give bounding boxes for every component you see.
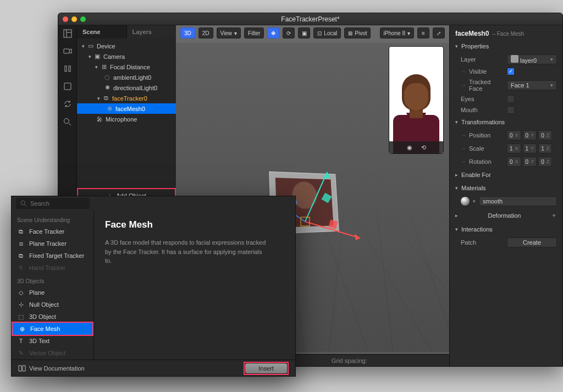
material-sphere-icon xyxy=(461,197,470,206)
section-deformation[interactable]: Deformation ＋ xyxy=(450,208,562,223)
face-tracker-icon: ⧉ xyxy=(17,228,25,235)
tree-directional[interactable]: ✺directionalLight0 xyxy=(77,82,176,93)
picker-face-tracker[interactable]: ⧉Face Tracker xyxy=(12,225,93,238)
visible-checkbox[interactable] xyxy=(507,68,515,75)
orbit-tool-icon[interactable]: ⟳ xyxy=(283,27,295,38)
local-toggle[interactable]: ⊡ Local xyxy=(313,27,341,38)
section-enable-for[interactable]: Enable For xyxy=(450,168,562,181)
scale-y[interactable]: 1Y xyxy=(523,143,537,153)
inspector-header: faceMesh0 – Face Mesh xyxy=(450,27,562,40)
chevron-down-icon: ▾ xyxy=(550,82,553,88)
rotation-y[interactable]: 0Y xyxy=(523,157,537,167)
position-x[interactable]: 0X xyxy=(507,130,521,140)
tree-facemesh[interactable]: ⊕faceMesh0 xyxy=(77,103,176,114)
search-input[interactable]: Search xyxy=(16,198,90,209)
create-patch-button[interactable]: Create xyxy=(507,238,557,247)
device-icon: ▭ xyxy=(87,42,95,49)
tree-focal[interactable]: ▾⊞Focal Distance xyxy=(77,62,176,72)
picker-info-title: Face Mesh xyxy=(105,219,284,230)
move-tool-icon[interactable]: ✥ xyxy=(267,27,279,38)
frame-tool-icon[interactable]: ▣ xyxy=(298,27,310,38)
tree-facetracker[interactable]: ▾⧉faceTracker0 xyxy=(77,93,176,103)
titlebar: FaceTrackerPreset* xyxy=(58,13,562,25)
prop-tracked-face: →Tracked Face Face 1▾ xyxy=(450,77,562,93)
scale-x[interactable]: 1X xyxy=(507,143,521,153)
prop-patch: Patch Create xyxy=(450,236,562,249)
mouth-checkbox[interactable] xyxy=(507,106,515,114)
view-documentation-link[interactable]: View Documentation xyxy=(18,365,85,372)
picker-face-mesh[interactable]: ⊕Face Mesh xyxy=(12,322,93,336)
svg-rect-3 xyxy=(64,49,69,53)
svg-rect-18 xyxy=(328,219,338,229)
svg-line-20 xyxy=(25,205,26,206)
tree-device[interactable]: ▾▭Device xyxy=(77,41,176,51)
insert-button[interactable]: Insert xyxy=(245,363,287,373)
text-icon: T xyxy=(17,338,25,344)
preview-face xyxy=(389,47,443,153)
section-properties[interactable]: Properties xyxy=(450,40,562,53)
picker-3d-text[interactable]: T3D Text xyxy=(12,335,93,347)
layout-icon[interactable] xyxy=(63,29,73,38)
refresh-icon[interactable] xyxy=(63,99,73,109)
camera-icon: ▣ xyxy=(93,53,101,60)
position-y[interactable]: 0Y xyxy=(523,130,537,140)
book-icon xyxy=(18,365,26,372)
svg-rect-0 xyxy=(64,30,71,37)
pause-icon[interactable] xyxy=(63,64,73,74)
picker-info-body: A 3D face model that responds to facial … xyxy=(105,238,270,266)
svg-point-7 xyxy=(64,118,69,123)
null-object-icon: ⊹ xyxy=(17,301,25,308)
tracked-face-dropdown[interactable]: Face 1▾ xyxy=(507,80,557,90)
position-z[interactable]: 0Z xyxy=(538,130,552,140)
directional-light-icon: ✺ xyxy=(103,84,111,91)
search-placeholder: Search xyxy=(30,200,49,207)
rotation-z[interactable]: 0Z xyxy=(538,157,552,167)
section-materials[interactable]: Materials xyxy=(450,181,562,195)
window-title: FaceTrackerPreset* xyxy=(58,15,562,23)
svg-point-19 xyxy=(21,201,25,205)
ambient-light-icon: ◌ xyxy=(103,74,111,81)
section-transformations[interactable]: Transformations xyxy=(450,115,562,129)
status-grid: Grid spacing: xyxy=(332,357,367,364)
picker-fixed-target[interactable]: ⧉Fixed Target Tracker xyxy=(12,250,93,262)
pivot-toggle[interactable]: ⊠ Pivot xyxy=(344,27,371,38)
prop-layer: Layer layer0▾ xyxy=(450,53,562,66)
eyes-checkbox[interactable] xyxy=(507,95,515,103)
hand-tracker-icon: ✋︎ xyxy=(17,264,25,272)
mode-3d-button[interactable]: 3D xyxy=(180,27,195,38)
video-icon[interactable] xyxy=(63,46,73,56)
reset-icon[interactable]: ⟲ xyxy=(421,144,426,151)
tree-ambient[interactable]: ◌ambientLight0 xyxy=(77,72,176,82)
tab-layers[interactable]: Layers xyxy=(126,25,176,38)
picker-3d-object[interactable]: ⬚3D Object xyxy=(12,311,93,323)
mode-2d-button[interactable]: 2D xyxy=(198,27,213,38)
picker-categories: Scene Understanding ⧉Face Tracker ⧈Plane… xyxy=(12,211,94,360)
layer-dropdown[interactable]: layer0▾ xyxy=(507,54,557,64)
device-dropdown[interactable]: iPhone 8▾ xyxy=(380,27,414,38)
material-field[interactable]: smooth xyxy=(479,196,557,206)
search-icon[interactable] xyxy=(63,117,73,126)
tree-camera[interactable]: ▾▣Camera xyxy=(77,51,176,62)
view-dropdown[interactable]: View▾ xyxy=(217,27,241,38)
svg-marker-10 xyxy=(355,234,360,240)
filter-dropdown[interactable]: Filter xyxy=(244,27,264,38)
face-tracker-icon: ⧉ xyxy=(102,95,110,102)
expand-icon[interactable]: ⤢ xyxy=(433,27,445,38)
section-interactions[interactable]: Interactions xyxy=(450,223,562,236)
svg-rect-6 xyxy=(64,83,71,90)
capture-icon[interactable]: ◉ xyxy=(407,144,412,151)
picker-null[interactable]: ⊹Null Object xyxy=(12,299,93,311)
panel-icon[interactable] xyxy=(63,81,73,91)
rotation-x[interactable]: 0X xyxy=(507,157,521,167)
tab-scene[interactable]: Scene xyxy=(77,25,126,38)
svg-rect-16 xyxy=(321,192,332,203)
picker-plane-tracker[interactable]: ⧈Plane Tracker xyxy=(12,238,93,250)
chevron-down-icon[interactable]: ▾ xyxy=(473,198,476,204)
device-preview: ◉ ⟲ xyxy=(389,46,444,154)
list-icon[interactable]: ≡ xyxy=(417,27,429,38)
prop-position: →Position 0X 0Y 0Z xyxy=(450,129,562,142)
plus-icon[interactable]: ＋ xyxy=(551,211,557,219)
picker-plane[interactable]: ◇Plane xyxy=(12,286,93,299)
tree-microphone[interactable]: 🎤︎Microphone xyxy=(77,114,176,124)
scale-z[interactable]: 1Z xyxy=(538,143,552,153)
